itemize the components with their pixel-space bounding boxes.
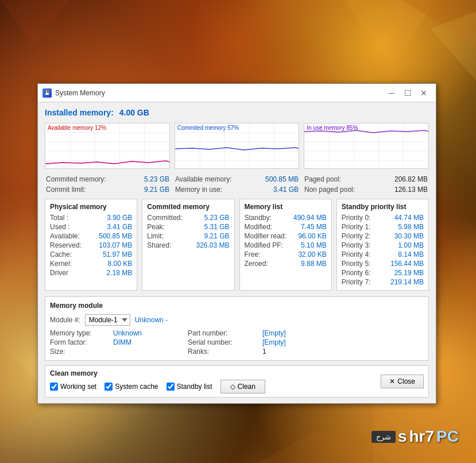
module-selector-row: Module #: Module-1 Unknown - [50, 314, 424, 326]
stdby-row-6: Priority 6: 25.19 MB [342, 268, 424, 277]
stdby-row-5: Priority 5: 156.44 MB [342, 259, 424, 268]
phys-row-1: Used : 3.41 GB [50, 222, 132, 232]
stdby-row-3: Priority 3: 1.00 MB [342, 241, 424, 250]
installed-memory-header: Installed memory: 4.00 GB [45, 108, 429, 117]
stats-row: Commited memory: 5.23 GB Available memor… [45, 175, 429, 194]
system-cache-input[interactable] [105, 383, 113, 391]
standby-list-input[interactable] [167, 383, 175, 391]
memlist-row-1: Modified: 7.45 MB [245, 222, 327, 232]
window-title: System Memory [55, 89, 105, 97]
title-bar-controls: ─ ☐ ✕ [384, 87, 431, 99]
maximize-button[interactable]: ☐ [400, 87, 415, 99]
phys-row-5: Kernel: 8.00 KB [50, 259, 132, 268]
memlist-row-0: Standby: 490.94 MB [245, 213, 327, 222]
phys-row-3: Reserved: 103.07 MB [50, 241, 132, 250]
data-section: Physical memory Total : 3.90 GB Used : 3… [45, 199, 429, 291]
phys-row-6: Driver 2.18 MB [50, 268, 132, 277]
stat-committed: Commited memory: 5.23 GB [46, 175, 169, 184]
comm-row-2: Limit: 9.21 GB [147, 232, 229, 241]
memlist-row-4: Free: 32.00 KB [245, 250, 327, 259]
memory-list-group: Memory list Standby: 490.94 MB Modified:… [239, 199, 332, 291]
committed-memory-rows: Committed: 5.23 GB Peak: 5.31 GB Limit: … [147, 213, 229, 250]
physical-memory-rows: Total : 3.90 GB Used : 3.41 GB Available… [50, 213, 132, 277]
clean-icon: ◇ [230, 383, 235, 391]
phys-row-0: Total : 3.90 GB [50, 213, 132, 222]
stdby-row-7: Priority 7: 219.14 MB [342, 277, 424, 287]
committed-memory-chart: Commited memory 57% [175, 123, 300, 169]
working-set-input[interactable] [50, 383, 58, 391]
clean-button[interactable]: ◇ Clean [220, 380, 265, 393]
close-x-icon: ✕ [389, 377, 395, 385]
title-bar: 💾 System Memory ─ ☐ ✕ [38, 84, 436, 102]
phys-row-4: Cache: 51.97 MB [50, 250, 132, 259]
module-unknown-link[interactable]: Unknown - [135, 316, 168, 324]
stdby-row-1: Priority 1: 5.98 MB [342, 222, 424, 232]
phys-row-2: Available: 500.85 MB [50, 232, 132, 241]
minimize-button[interactable]: ─ [384, 87, 399, 99]
watermark-pc: PC [436, 427, 459, 446]
watermark-badge: شرح [371, 431, 396, 443]
stdby-row-2: Priority 2: 30.30 MB [342, 232, 424, 241]
module-details-grid: Memory type: Unknown Part number: [Empty… [50, 329, 424, 356]
installed-memory-value: 4.00 GB [119, 108, 149, 117]
clean-memory-section: Clean memory Working set System cache St… [45, 365, 429, 398]
watermark-text: s [398, 427, 407, 446]
title-bar-left: 💾 System Memory [42, 88, 105, 98]
close-window-button[interactable]: ✕ Close [381, 375, 424, 388]
charts-row: Available memory 12% Commited me [45, 123, 429, 169]
available-memory-chart: Available memory 12% [45, 123, 170, 169]
standby-priority-rows: Priority 0: 44.74 MB Priority 1: 5.98 MB… [342, 213, 424, 287]
stat-available: Available memory: 500.85 MB [175, 175, 299, 184]
system-cache-checkbox[interactable]: System cache [105, 383, 158, 391]
window-body: Installed memory: 4.00 GB Available memo… [38, 102, 436, 403]
watermark: شرح s hr7 PC [371, 427, 459, 446]
stdby-row-4: Priority 4: 8.14 MB [342, 250, 424, 259]
svg-marker-3 [0, 0, 69, 46]
memory-list-rows: Standby: 490.94 MB Modified: 7.45 MB Mod… [245, 213, 327, 268]
chart2-svg [175, 124, 299, 168]
chart1-svg [45, 124, 169, 168]
bottom-buttons: ✕ Close [381, 375, 424, 388]
standby-priority-group: Standby priority list Priority 0: 44.74 … [336, 199, 429, 291]
standby-list-checkbox[interactable]: Standby list [167, 383, 212, 391]
comm-row-0: Committed: 5.23 GB [147, 213, 229, 222]
inuse-memory-chart: In use memory 85% [304, 123, 429, 169]
clean-controls: Working set System cache Standby list ◇ … [50, 380, 381, 393]
comm-row-1: Peak: 5.31 GB [147, 222, 229, 232]
committed-memory-group: Commited memory Committed: 5.23 GB Peak:… [142, 199, 234, 291]
memlist-row-3: Modified PF: 5.10 MB [245, 241, 327, 250]
working-set-checkbox[interactable]: Working set [50, 383, 96, 391]
stat-nonpaged: Non paged pool: 126.13 MB [304, 185, 428, 194]
comm-row-3: Shared: 326.03 MB [147, 241, 229, 250]
memlist-row-5: Zeroed: 9.88 MB [245, 259, 327, 268]
stat-commit-limit: Commit limit: 9.21 GB [46, 185, 169, 194]
clean-left: Clean memory Working set System cache St… [50, 369, 381, 393]
memlist-row-2: Modifier read: 96.00 KB [245, 232, 327, 241]
memory-module-section: Memory module Module #: Module-1 Unknown… [45, 296, 429, 361]
chart3-svg [304, 124, 428, 168]
stat-paged: Paged pool: 206.82 MB [304, 175, 428, 184]
stdby-row-0: Priority 0: 44.74 MB [342, 213, 424, 222]
system-memory-window: 💾 System Memory ─ ☐ ✕ Installed memory: … [37, 83, 436, 404]
close-button[interactable]: ✕ [416, 87, 431, 99]
physical-memory-group: Physical memory Total : 3.90 GB Used : 3… [45, 199, 137, 291]
module-select[interactable]: Module-1 [85, 314, 130, 326]
stat-mem-in-use: Memory in use: 3.41 GB [175, 185, 299, 194]
watermark-hr7: hr7 [409, 427, 435, 446]
window-icon: 💾 [42, 88, 52, 98]
